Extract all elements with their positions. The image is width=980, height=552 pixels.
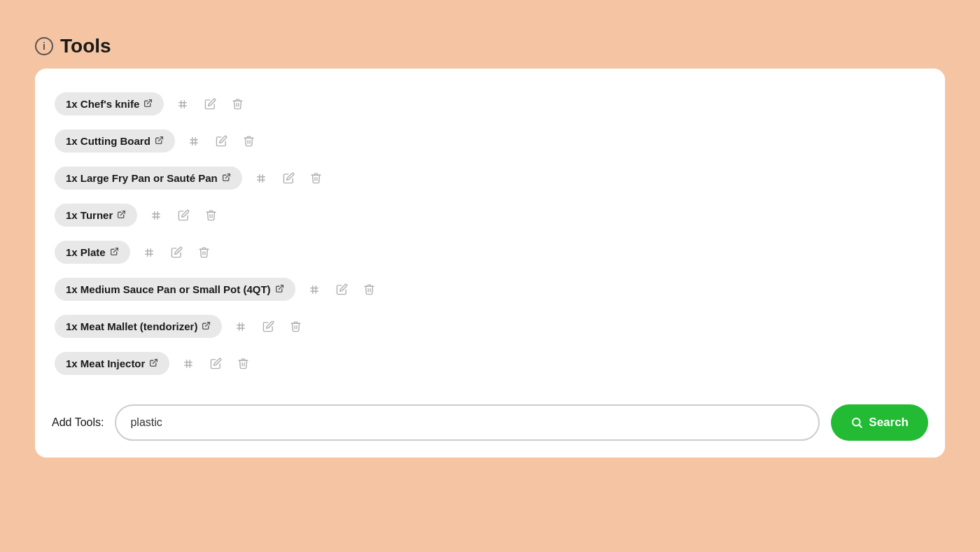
tool-item: 1x Cutting Board — [52, 122, 928, 160]
svg-line-25 — [279, 285, 283, 289]
tool-item: 1x Meat Mallet (tendorizer) — [52, 308, 928, 345]
external-link-icon — [275, 284, 284, 295]
delete-button[interactable] — [360, 281, 378, 298]
move-button[interactable] — [232, 318, 250, 336]
tool-item: 1x Chef's knife — [52, 85, 928, 122]
move-button[interactable] — [179, 355, 197, 373]
tool-tag[interactable]: 1x Plate — [55, 241, 130, 264]
search-icon — [850, 416, 863, 429]
tool-item: 1x Large Fry Pan or Sauté Pan — [52, 160, 928, 197]
section-header: i Tools — [35, 35, 945, 57]
svg-line-15 — [121, 211, 125, 215]
edit-button[interactable] — [202, 95, 219, 113]
edit-button[interactable] — [168, 243, 186, 261]
main-card: 1x Chef's knife1x Cutting Board1x Large … — [35, 69, 945, 458]
move-button[interactable] — [252, 169, 270, 187]
edit-button[interactable] — [260, 318, 277, 335]
external-link-icon — [110, 247, 119, 258]
external-link-icon — [144, 99, 153, 110]
tool-label: 1x Large Fry Pan or Sauté Pan — [66, 172, 218, 184]
edit-button[interactable] — [213, 132, 230, 150]
svg-line-35 — [153, 359, 158, 363]
tool-label: 1x Meat Injector — [66, 358, 145, 369]
tool-label: 1x Meat Mallet (tendorizer) — [66, 320, 197, 332]
delete-button[interactable] — [202, 206, 220, 224]
tool-tag[interactable]: 1x Cutting Board — [55, 129, 175, 153]
search-button[interactable]: Search — [831, 404, 928, 441]
tool-tag[interactable]: 1x Chef's knife — [55, 92, 164, 115]
tool-tag[interactable]: 1x Meat Mallet (tendorizer) — [55, 315, 222, 338]
svg-line-5 — [158, 136, 162, 141]
edit-button[interactable] — [280, 169, 298, 187]
svg-line-30 — [206, 322, 210, 326]
tool-item: 1x Turner — [52, 197, 928, 234]
tool-label: 1x Medium Sauce Pan or Small Pot (4QT) — [66, 283, 271, 295]
tool-tag[interactable]: 1x Medium Sauce Pan or Small Pot (4QT) — [55, 278, 295, 301]
delete-button[interactable] — [287, 318, 304, 335]
svg-line-10 — [225, 174, 230, 178]
tool-item: 1x Medium Sauce Pan or Small Pot (4QT) — [52, 271, 928, 308]
tool-tag[interactable]: 1x Large Fry Pan or Sauté Pan — [55, 167, 242, 190]
tool-item: 1x Meat Injector — [52, 345, 928, 382]
tool-label: 1x Turner — [66, 209, 113, 221]
external-link-icon — [222, 173, 231, 184]
move-button[interactable] — [174, 95, 192, 113]
edit-button[interactable] — [333, 281, 351, 298]
tool-item: 1x Plate — [52, 234, 928, 271]
svg-line-41 — [860, 425, 862, 427]
delete-button[interactable] — [307, 169, 325, 187]
external-link-icon — [155, 136, 164, 147]
delete-button[interactable] — [240, 132, 258, 150]
tool-label: 1x Plate — [66, 246, 106, 258]
tool-label: 1x Cutting Board — [66, 135, 150, 147]
delete-button[interactable] — [195, 243, 213, 261]
svg-line-0 — [148, 99, 152, 104]
move-button[interactable] — [147, 206, 165, 225]
tool-label: 1x Chef's knife — [66, 98, 139, 110]
add-tools-input[interactable] — [115, 404, 820, 441]
svg-line-20 — [113, 248, 118, 252]
external-link-icon — [202, 321, 211, 332]
add-tools-label: Add Tools: — [52, 416, 104, 429]
move-button[interactable] — [140, 243, 158, 262]
external-link-icon — [117, 210, 126, 221]
page-wrapper: i Tools 1x Chef's knife1x Cutting Board1… — [28, 21, 952, 531]
tool-tag[interactable]: 1x Meat Injector — [55, 352, 169, 375]
tool-tag[interactable]: 1x Turner — [55, 204, 137, 227]
page-title: Tools — [60, 35, 111, 57]
info-icon: i — [35, 37, 53, 55]
move-button[interactable] — [305, 281, 323, 299]
delete-button[interactable] — [234, 355, 252, 372]
tools-list: 1x Chef's knife1x Cutting Board1x Large … — [52, 85, 928, 382]
delete-button[interactable] — [229, 95, 246, 113]
edit-button[interactable] — [207, 355, 225, 372]
move-button[interactable] — [185, 132, 203, 150]
edit-button[interactable] — [175, 206, 192, 224]
add-tools-row: Add Tools: Search — [52, 399, 928, 441]
external-link-icon — [149, 358, 158, 369]
